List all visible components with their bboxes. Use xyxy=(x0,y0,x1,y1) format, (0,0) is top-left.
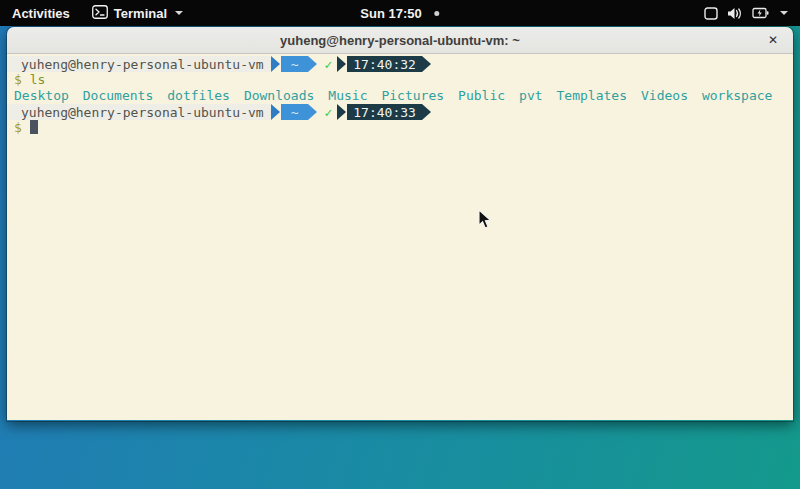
activities-button[interactable]: Activities xyxy=(0,0,82,26)
directory-name: workspace xyxy=(702,88,772,103)
prompt-time-segment: 17:40:33 xyxy=(347,104,422,120)
terminal-content[interactable]: yuheng@henry-personal-ubuntu-vm ~ ✓ 17:4… xyxy=(7,54,793,420)
terminal-window: yuheng@henry-personal-ubuntu-vm: ~ ✕ yuh… xyxy=(7,27,793,421)
display-icon xyxy=(704,7,718,20)
app-menu[interactable]: Terminal xyxy=(82,0,193,26)
chevron-down-icon xyxy=(780,11,788,15)
prompt-symbol: $ xyxy=(14,72,22,87)
prompt-time-segment: 17:40:32 xyxy=(347,56,422,72)
powerline-separator-icon xyxy=(422,104,431,120)
directory-name: Downloads xyxy=(244,88,314,103)
directory-name: Pictures xyxy=(381,88,444,103)
command-line: $ ls xyxy=(7,72,793,88)
top-bar: Activities Terminal Sun 17:50 xyxy=(0,0,800,26)
powerline-separator-icon xyxy=(422,56,431,72)
battery-charging-icon xyxy=(752,7,769,19)
clock-label: Sun 17:50 xyxy=(360,6,421,21)
directory-name: pvt xyxy=(519,88,542,103)
powerline-separator-icon xyxy=(337,56,346,72)
notification-dot-icon xyxy=(435,11,440,16)
window-title: yuheng@henry-personal-ubuntu-vm: ~ xyxy=(280,33,520,48)
prompt-host-segment: yuheng@henry-personal-ubuntu-vm xyxy=(7,56,271,72)
directory-name: Public xyxy=(458,88,505,103)
volume-icon xyxy=(727,7,743,20)
system-menu[interactable] xyxy=(692,0,800,26)
input-line: $ xyxy=(7,120,793,136)
status-check-icon: ✓ xyxy=(324,104,332,120)
powerline-separator-icon xyxy=(337,104,346,120)
powerline-separator-icon xyxy=(308,56,317,72)
chevron-down-icon xyxy=(175,11,183,15)
typed-command: ls xyxy=(30,72,46,87)
prompt-cwd-segment: ~ xyxy=(281,104,309,120)
mouse-cursor-icon xyxy=(478,209,493,230)
close-icon[interactable]: ✕ xyxy=(763,30,783,50)
directory-name: dotfiles xyxy=(167,88,230,103)
app-menu-label: Terminal xyxy=(114,6,167,21)
status-check-icon: ✓ xyxy=(324,56,332,72)
window-titlebar[interactable]: yuheng@henry-personal-ubuntu-vm: ~ ✕ xyxy=(7,27,793,54)
powerline-separator-icon xyxy=(308,104,317,120)
terminal-cursor xyxy=(30,120,38,134)
directory-name: Templates xyxy=(557,88,627,103)
prompt-host-segment: yuheng@henry-personal-ubuntu-vm xyxy=(7,104,271,120)
directory-name: Desktop xyxy=(14,88,69,103)
prompt-line: yuheng@henry-personal-ubuntu-vm ~ ✓ 17:4… xyxy=(7,104,793,120)
directory-name: Videos xyxy=(641,88,688,103)
powerline-separator-icon xyxy=(271,56,280,72)
ls-output-line: DesktopDocumentsdotfilesDownloadsMusicPi… xyxy=(7,88,793,104)
terminal-app-icon xyxy=(92,5,108,22)
prompt-line: yuheng@henry-personal-ubuntu-vm ~ ✓ 17:4… xyxy=(7,56,793,72)
prompt-cwd-segment: ~ xyxy=(281,56,309,72)
clock-button[interactable]: Sun 17:50 xyxy=(350,0,449,26)
powerline-separator-icon xyxy=(271,104,280,120)
prompt-symbol: $ xyxy=(14,120,22,135)
directory-name: Music xyxy=(328,88,367,103)
directory-name: Documents xyxy=(83,88,153,103)
